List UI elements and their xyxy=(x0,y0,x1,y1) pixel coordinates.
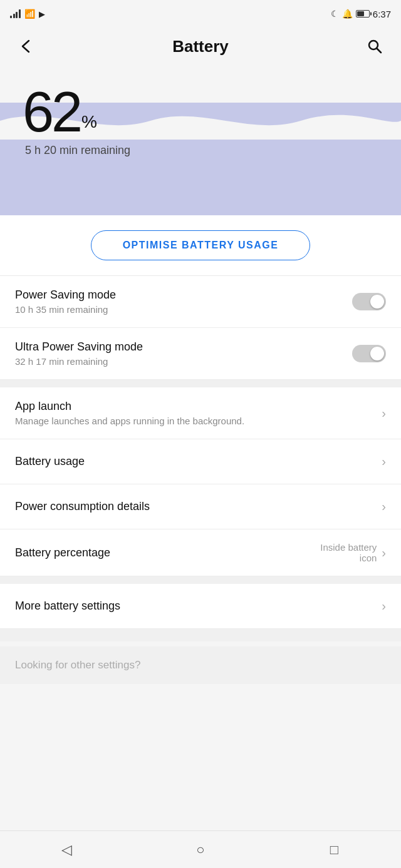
search-button[interactable] xyxy=(361,33,388,60)
battery-section: 62% 5 h 20 min remaining xyxy=(0,65,401,215)
battery-usage-item[interactable]: Battery usage › xyxy=(0,439,401,484)
app-launch-title: App launch xyxy=(15,400,382,413)
nav-home-icon: ○ xyxy=(192,841,209,859)
power-saving-toggle[interactable] xyxy=(352,293,386,310)
battery-percentage-right: Inside batteryicon › xyxy=(320,542,386,563)
app-launch-left: App launch Manage launches and apps runn… xyxy=(15,400,382,426)
ultra-toggle-knob xyxy=(370,347,384,360)
power-saving-left: Power Saving mode 10 h 35 min remaining xyxy=(15,288,352,315)
ultra-power-saving-title: Ultra Power Saving mode xyxy=(15,340,352,354)
signal-icon xyxy=(10,9,21,18)
ultra-power-saving-item[interactable]: Ultra Power Saving mode 32 h 17 min rema… xyxy=(0,328,401,380)
youtube-icon: ▶ xyxy=(39,9,45,19)
power-saving-title: Power Saving mode xyxy=(15,288,352,302)
settings-list: Power Saving mode 10 h 35 min remaining … xyxy=(0,276,401,629)
optimise-section: OPTIMISE BATTERY USAGE xyxy=(0,215,401,276)
looking-section: Looking for other settings? xyxy=(0,646,401,684)
battery-status-icon xyxy=(356,10,370,18)
nav-recent-icon: □ xyxy=(325,841,343,859)
toggle-knob xyxy=(370,295,384,309)
battery-percent-display: 62% 5 h 20 min remaining xyxy=(23,84,130,157)
battery-percentage-number: 62 xyxy=(23,81,80,143)
more-battery-settings-item[interactable]: More battery settings › xyxy=(0,584,401,629)
power-consumption-left: Power consumption details xyxy=(15,500,382,513)
back-button[interactable] xyxy=(13,33,40,60)
back-icon xyxy=(18,38,35,55)
nav-bar: ◁ ○ □ xyxy=(0,830,401,868)
notification-icon: 🔔 xyxy=(342,9,353,19)
nav-recent-button[interactable]: □ xyxy=(313,835,355,865)
battery-percentage-left: Battery percentage xyxy=(15,546,320,559)
nav-back-icon: ◁ xyxy=(58,841,76,859)
looking-text: Looking for other settings? xyxy=(15,659,140,671)
section-divider-2 xyxy=(0,576,401,584)
battery-percentage-title: Battery percentage xyxy=(15,546,320,559)
more-battery-settings-right: › xyxy=(382,599,386,613)
power-consumption-chevron: › xyxy=(382,499,386,514)
ultra-power-saving-right xyxy=(352,345,386,362)
power-consumption-right: › xyxy=(382,499,386,514)
app-launch-right: › xyxy=(382,406,386,421)
nav-spacer xyxy=(0,684,401,728)
app-launch-chevron: › xyxy=(382,406,386,421)
nav-back-button[interactable]: ◁ xyxy=(46,835,88,865)
power-consumption-item[interactable]: Power consumption details › xyxy=(0,484,401,529)
search-icon xyxy=(366,38,383,55)
battery-usage-right: › xyxy=(382,454,386,469)
more-battery-settings-left: More battery settings xyxy=(15,600,382,613)
optimise-button[interactable]: OPTIMISE BATTERY USAGE xyxy=(91,230,311,260)
battery-usage-title: Battery usage xyxy=(15,455,382,468)
battery-percentage-value: Inside batteryicon xyxy=(320,542,377,563)
status-left: 📶 ▶ xyxy=(10,9,45,19)
power-saving-item[interactable]: Power Saving mode 10 h 35 min remaining xyxy=(0,276,401,328)
page-title: Battery xyxy=(172,37,229,56)
battery-percentage-item[interactable]: Battery percentage Inside batteryicon › xyxy=(0,529,401,576)
ultra-power-saving-toggle[interactable] xyxy=(352,345,386,362)
wifi-icon: 📶 xyxy=(24,9,35,19)
app-launch-item[interactable]: App launch Manage launches and apps runn… xyxy=(0,387,401,439)
more-battery-settings-chevron: › xyxy=(382,599,386,613)
spacer xyxy=(0,629,401,641)
status-bar: 📶 ▶ ☾ 🔔 6:37 xyxy=(0,0,401,28)
svg-line-1 xyxy=(377,49,382,53)
ultra-power-saving-subtitle: 32 h 17 min remaining xyxy=(15,356,352,367)
more-battery-settings-title: More battery settings xyxy=(15,600,382,613)
moon-icon: ☾ xyxy=(331,9,339,19)
nav-home-button[interactable]: ○ xyxy=(179,835,222,865)
battery-percent-sign: % xyxy=(81,112,97,131)
battery-percentage-chevron: › xyxy=(382,546,386,560)
power-saving-right xyxy=(352,293,386,310)
time-remaining: 5 h 20 min remaining xyxy=(23,144,130,157)
power-saving-subtitle: 10 h 35 min remaining xyxy=(15,304,352,315)
status-time: 6:37 xyxy=(373,9,391,19)
battery-fill xyxy=(357,11,364,16)
section-divider-1 xyxy=(0,380,401,387)
power-consumption-title: Power consumption details xyxy=(15,500,382,513)
header: Battery xyxy=(0,28,401,65)
status-right: ☾ 🔔 6:37 xyxy=(331,9,391,19)
battery-usage-chevron: › xyxy=(382,454,386,469)
ultra-power-saving-left: Ultra Power Saving mode 32 h 17 min rema… xyxy=(15,340,352,367)
app-launch-subtitle: Manage launches and apps running in the … xyxy=(15,416,382,426)
battery-usage-left: Battery usage xyxy=(15,455,382,468)
